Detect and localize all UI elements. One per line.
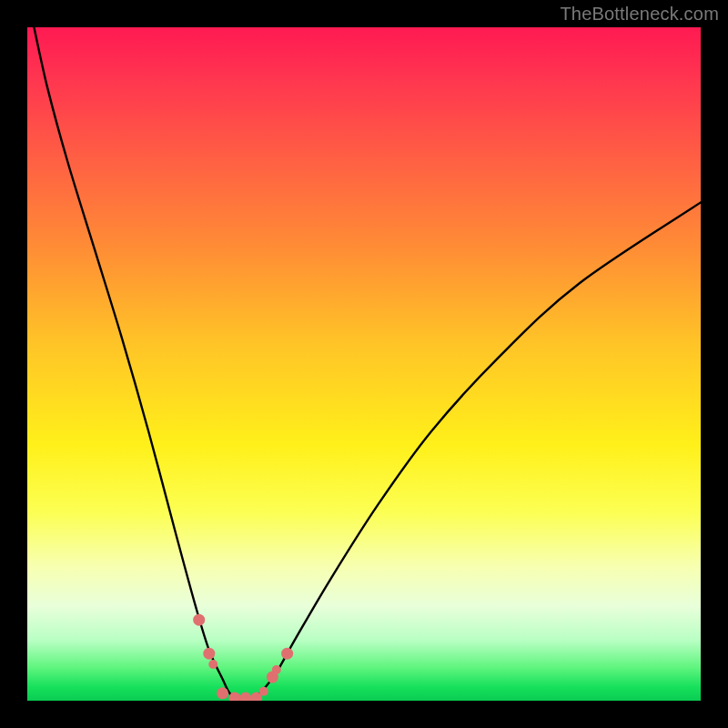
marker-dot bbox=[193, 614, 205, 626]
highlight-markers bbox=[193, 614, 293, 701]
marker-dot bbox=[217, 687, 228, 699]
marker-dot bbox=[203, 648, 215, 660]
chart-frame: TheBottleneck.com bbox=[0, 0, 728, 728]
chart-svg bbox=[27, 27, 701, 701]
marker-dot bbox=[208, 660, 217, 669]
marker-dot bbox=[281, 648, 293, 660]
plot-area bbox=[27, 27, 701, 701]
marker-dot bbox=[272, 665, 281, 674]
bottleneck-curve bbox=[34, 27, 701, 699]
marker-dot bbox=[259, 687, 268, 696]
watermark-text: TheBottleneck.com bbox=[560, 4, 719, 25]
marker-dot bbox=[239, 693, 251, 701]
